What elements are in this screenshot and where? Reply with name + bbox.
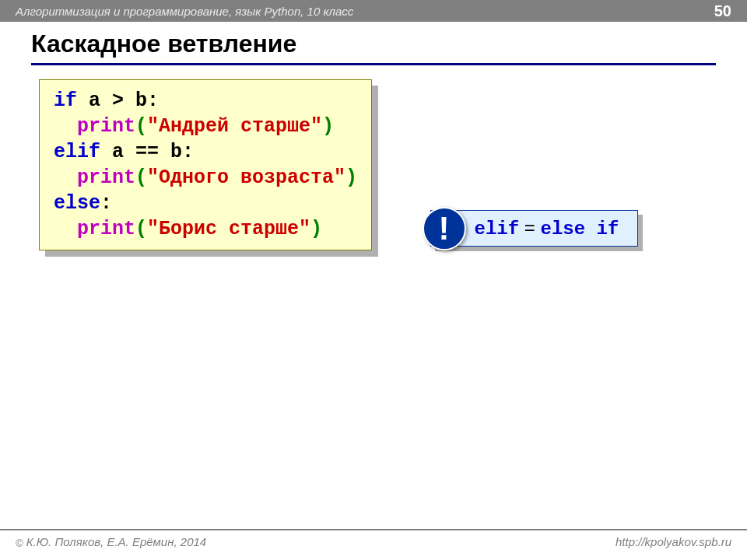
fn-print: print xyxy=(77,218,135,240)
fn-print: print xyxy=(77,115,135,138)
footer-url: http://kpolyakov.spb.ru xyxy=(615,535,731,549)
note-wrapper: ! elif = else if xyxy=(399,210,639,247)
kw-else: else xyxy=(54,192,100,215)
note-if: if xyxy=(585,219,619,240)
paren: ) xyxy=(310,218,322,240)
code-indent xyxy=(54,115,77,138)
footer: © К.Ю. Поляков, Е.А. Ерёмин, 2014 http:/… xyxy=(0,529,747,560)
slide-title: Каскадное ветвление xyxy=(31,30,716,65)
kw-elif: elif xyxy=(54,141,100,163)
fn-print: print xyxy=(77,166,135,189)
header-bar: Алгоритмизация и программирование, язык … xyxy=(0,0,747,22)
page-number: 50 xyxy=(714,2,731,20)
paren: ( xyxy=(135,166,147,189)
code-text: a > b: xyxy=(77,89,159,112)
copyright-icon: © xyxy=(16,537,23,549)
paren: ) xyxy=(345,166,357,189)
header-subject: Алгоритмизация и программирование, язык … xyxy=(16,5,353,18)
paren: ) xyxy=(322,115,334,138)
kw-if: if xyxy=(54,89,77,112)
code-text: a == b: xyxy=(100,141,194,163)
code-indent xyxy=(54,166,77,189)
string-literal: "Одного возраста" xyxy=(147,166,345,189)
string-literal: "Борис старше" xyxy=(147,218,310,240)
code-text: : xyxy=(100,192,112,215)
code-block: if a > b: print("Андрей старше") elif a … xyxy=(39,79,372,250)
footer-copyright: © К.Ю. Поляков, Е.А. Ерёмин, 2014 xyxy=(16,535,206,549)
string-literal: "Андрей старше" xyxy=(147,115,322,138)
exclamation-icon: ! xyxy=(439,210,450,247)
note-elif: elif xyxy=(475,219,520,240)
slide-content: Каскадное ветвление if a > b: print("Анд… xyxy=(0,22,747,250)
code-block-wrapper: if a > b: print("Андрей старше") elif a … xyxy=(39,79,372,250)
code-indent xyxy=(54,218,77,240)
note-equals: = xyxy=(519,217,540,238)
note-else: else xyxy=(541,219,586,240)
exclamation-badge: ! xyxy=(423,207,466,250)
paren: ( xyxy=(135,218,147,240)
paren: ( xyxy=(135,115,147,138)
